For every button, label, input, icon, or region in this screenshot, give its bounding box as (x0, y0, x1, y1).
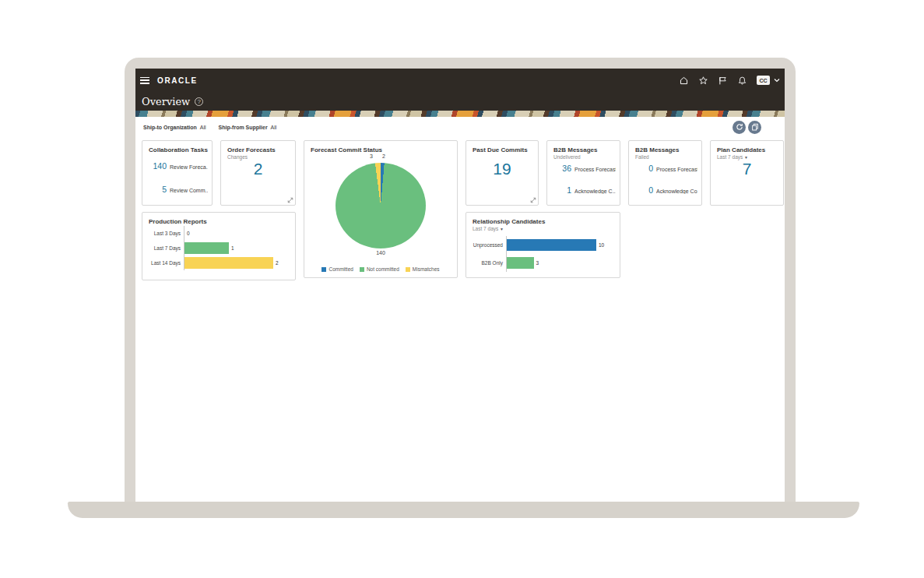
filter-bar: Ship-to Organization All Ship-from Suppl… (135, 117, 785, 137)
bar[interactable] (184, 242, 229, 254)
card-relationship-candidates: Relationship Candidates Last 7 days ▼ Un… (466, 212, 620, 278)
bar-track: 0 (184, 226, 289, 241)
bar[interactable] (184, 257, 273, 269)
list-item[interactable]: 1 Acknowledge C... (552, 185, 616, 195)
pie-chart[interactable] (336, 163, 426, 248)
bar-track: 1 (184, 241, 289, 256)
production-reports-bar-chart: Last 3 Days0Last 7 Days1Last 14 Days2 (149, 226, 289, 270)
bar-category-label: Last 3 Days (149, 231, 184, 236)
card-production-reports: Production Reports Last 3 Days0Last 7 Da… (142, 212, 296, 280)
legend-item[interactable]: Committed (321, 266, 353, 272)
pie-label-committed: 2 (382, 153, 385, 159)
bar-category-label: Last 7 Days (149, 245, 184, 251)
message-label: Process Forecasts (656, 167, 697, 172)
card-title[interactable]: B2B Messages (629, 141, 701, 153)
list-item[interactable]: 5 Review Comm... (147, 185, 208, 194)
bar-value-label: 2 (276, 260, 279, 266)
card-title[interactable]: Forecast Commit Status (304, 141, 457, 153)
task-count: 5 (147, 185, 167, 194)
card-collaboration-tasks: Collaboration Tasks 140 Review Foreca...… (142, 140, 213, 206)
user-avatar[interactable]: CC (757, 76, 770, 85)
card-plan-candidates: Plan Candidates Last 7 days ▼ 7 (710, 140, 784, 206)
manage-infolets-button[interactable] (748, 121, 761, 134)
order-forecasts-count[interactable]: 2 (221, 160, 295, 178)
task-count: 140 (147, 161, 167, 171)
card-order-forecasts: Order Forecasts Changes 2 (220, 140, 296, 206)
card-past-due-commits: Past Due Commits 19 (466, 140, 539, 206)
legend-swatch-committed (321, 267, 326, 272)
home-icon[interactable] (679, 76, 689, 86)
plan-candidates-count[interactable]: 7 (711, 160, 783, 178)
message-label: Acknowledge Co... (656, 189, 697, 194)
resize-handle-icon[interactable] (287, 197, 293, 203)
pie-label-not-committed: 140 (304, 250, 457, 256)
help-icon[interactable]: ? (195, 97, 203, 106)
pie-label-mismatches: 3 (370, 153, 373, 159)
bar-value-label: 10 (599, 242, 604, 248)
card-title[interactable]: B2B Messages (547, 141, 620, 153)
list-item[interactable]: 36 Process Forecasts (552, 164, 616, 173)
favorites-star-icon[interactable] (698, 76, 708, 86)
card-period-dropdown[interactable]: Last 7 days ▼ (711, 153, 783, 160)
bar-row: Unprocessed10 (473, 236, 613, 254)
global-header: ORACLE CC Overview ? (135, 69, 785, 111)
laptop-base (68, 502, 859, 518)
card-title[interactable]: Order Forecasts (221, 141, 295, 153)
list-item[interactable]: 140 Review Foreca... (147, 161, 208, 171)
decorative-banner (135, 111, 785, 117)
laptop-mockup: ORACLE CC Overview ? Ship-to Organizatio… (125, 58, 796, 502)
pages-icon (751, 123, 759, 131)
card-title[interactable]: Relationship Candidates (466, 213, 620, 225)
task-label: Review Foreca... (170, 164, 208, 170)
notifications-bell-icon[interactable] (737, 76, 747, 86)
app-window: ORACLE CC Overview ? Ship-to Organizatio… (135, 69, 785, 502)
chevron-down-icon: ▼ (500, 227, 504, 231)
bar-row: Last 14 Days2 (149, 256, 289, 270)
page-title: Overview (142, 96, 190, 107)
card-subtitle: Changes (221, 153, 295, 160)
bar-track: 10 (506, 236, 613, 254)
card-title[interactable]: Collaboration Tasks (142, 141, 212, 153)
chevron-down-icon[interactable] (774, 78, 780, 83)
list-item[interactable]: 0 Acknowledge Co... (634, 185, 697, 195)
message-label: Acknowledge C... (574, 189, 616, 194)
hamburger-menu-icon[interactable] (140, 77, 149, 84)
card-forecast-commit-status: Forecast Commit Status 3 2 140 Committed… (304, 140, 458, 278)
card-period-dropdown[interactable]: Last 7 days ▼ (466, 225, 620, 231)
message-count: 0 (634, 164, 653, 173)
ship-to-organization-label: Ship-to Organization (143, 125, 197, 130)
bar-row: Last 3 Days0 (149, 226, 289, 241)
bar[interactable] (507, 239, 596, 251)
message-count: 36 (552, 164, 571, 173)
bar-track: 3 (506, 254, 613, 272)
list-item[interactable]: 0 Process Forecasts (634, 164, 697, 173)
card-subtitle: Undelivered (547, 153, 620, 160)
refresh-icon (736, 123, 743, 131)
bar-row: Last 7 Days1 (149, 241, 289, 256)
bar-value-label: 1 (231, 245, 234, 251)
past-due-commits-count[interactable]: 19 (466, 160, 538, 178)
card-b2b-messages-undelivered: B2B Messages Undelivered 36 Process Fore… (546, 140, 620, 206)
card-title[interactable]: Plan Candidates (711, 141, 783, 153)
bar[interactable] (507, 257, 534, 269)
flag-icon[interactable] (718, 76, 728, 86)
card-b2b-messages-failed: B2B Messages Failed 0 Process Forecasts … (628, 140, 702, 206)
legend-swatch-not-committed (360, 267, 364, 272)
resize-handle-icon[interactable] (530, 197, 536, 203)
ship-from-supplier-value[interactable]: All (271, 125, 277, 130)
bar-row: B2B Only3 (473, 254, 613, 272)
refresh-button[interactable] (733, 121, 746, 134)
ship-to-organization-value[interactable]: All (200, 125, 206, 130)
oracle-logo: ORACLE (157, 76, 198, 85)
card-title[interactable]: Past Due Commits (466, 141, 538, 153)
bar-value-label: 0 (187, 231, 190, 236)
dashboard: Collaboration Tasks 140 Review Foreca...… (135, 137, 785, 502)
message-count: 1 (552, 185, 571, 195)
legend-label: Committed (328, 266, 353, 272)
legend-item[interactable]: Not committed (360, 266, 399, 272)
relationship-candidates-bar-chart: Unprocessed10B2B Only3 (473, 236, 613, 272)
legend-item[interactable]: Mismatches (406, 266, 440, 272)
task-label: Review Comm... (170, 188, 208, 193)
card-title[interactable]: Production Reports (142, 213, 295, 225)
bar-track: 2 (184, 256, 289, 270)
